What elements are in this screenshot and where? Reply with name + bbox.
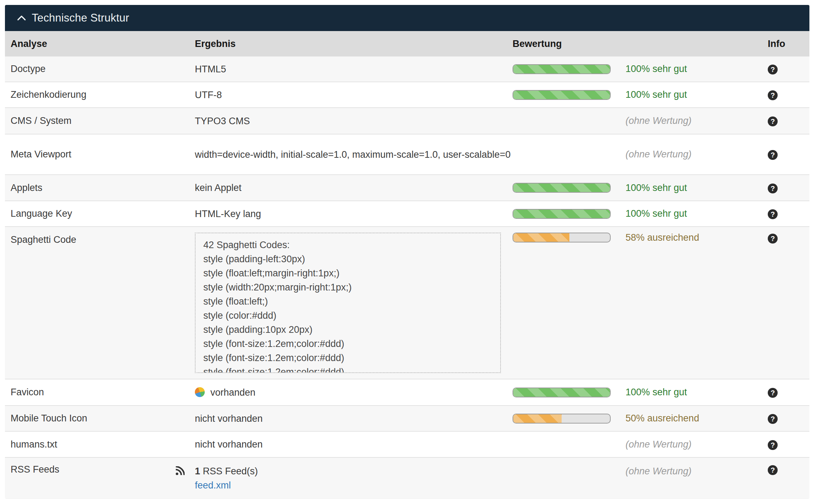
code-line: style (padding:10px 20px) [203,323,500,337]
question-mark: ? [771,118,775,125]
analysis-label: Meta Viewport [5,149,195,160]
question-mark: ? [771,185,775,192]
analysis-label: CMS / System [5,115,195,126]
column-analyse: Analyse [5,38,195,49]
rating-bar [513,388,626,397]
technical-structure-panel: Technische Struktur Analyse Ergebnis Bew… [5,5,809,499]
rss-count-line: 1 RSS Feed(s) [195,464,513,478]
rating-bar [513,90,626,100]
analysis-label: Zeichenkodierung [5,89,195,100]
question-mark: ? [771,211,775,218]
question-mark: ? [771,66,775,73]
table-row-mobile-touch-icon: Mobile Touch Icon nicht vorhanden 50% au… [5,406,809,432]
table-row-language-key: Language Key HTML-Key lang 100% sehr gut… [5,201,809,227]
result-value: TYPO3 CMS [195,114,513,128]
result-text: vorhanden [210,387,256,398]
code-line: 42 Spaghetti Codes: [203,238,500,252]
rating-bar-fill [513,91,610,99]
result-value: nicht vorhanden [195,437,513,451]
help-icon[interactable]: ? [768,90,778,100]
help-icon[interactable]: ? [768,440,778,450]
feed-link[interactable]: feed.xml [195,480,231,491]
code-line: style (float:left;) [203,294,500,308]
rating-label: (ohne Wertung) [626,115,762,126]
analysis-label: Language Key [5,208,195,219]
question-mark: ? [771,92,775,99]
chevron-up-icon [17,14,26,22]
help-icon[interactable]: ? [768,150,778,160]
rss-count: 1 [195,466,200,476]
analysis-label: Favicon [5,387,195,398]
help-icon[interactable]: ? [768,116,778,126]
analysis-label: RSS Feeds [5,464,195,475]
table-row-cms: CMS / System TYPO3 CMS (ohne Wertung) ? [5,108,809,134]
question-mark: ? [771,235,775,242]
favicon-pie-icon [195,387,205,397]
table-row-doctype: Doctype HTML5 100% sehr gut ? [5,56,809,82]
code-line: style (font-size:1.2em;color:#ddd) [203,337,500,351]
result-value: 42 Spaghetti Codes: style (padding-left:… [195,233,513,373]
rating-label: 100% sehr gut [626,64,762,74]
help-icon[interactable]: ? [768,184,778,193]
table-row-zeichenkodierung: Zeichenkodierung UTF-8 100% sehr gut ? [5,82,809,108]
table-row-rss-feeds: RSS Feeds 1 RSS Feed(s) feed.xml (ohne W… [5,458,809,499]
rating-label: (ohne Wertung) [626,464,762,478]
help-icon[interactable]: ? [768,65,778,74]
rating-label: 100% sehr gut [626,208,762,219]
section-title: Technische Struktur [32,12,129,24]
code-list-box[interactable]: 42 Spaghetti Codes: style (padding-left:… [195,233,501,373]
help-icon[interactable]: ? [768,414,778,424]
rating-bar-fill [513,414,562,423]
code-line: style (float:left;margin-right:1px;) [203,266,500,280]
column-info: Info [762,38,809,49]
analysis-label: Applets [5,182,195,193]
help-icon[interactable]: ? [768,209,778,219]
result-value: width=device-width, initial-scale=1.0, m… [195,142,513,168]
analysis-label: Doctype [5,64,195,74]
analysis-label: Spaghetti Code [5,233,195,247]
rating-bar [513,209,626,219]
rating-bar-fill [513,184,610,192]
section-header[interactable]: Technische Struktur [5,5,809,31]
rating-bar [513,183,626,193]
rating-label: (ohne Wertung) [626,149,762,160]
rating-bar-fill [513,388,610,397]
rating-label: 50% ausreichend [626,413,762,424]
result-value: HTML5 [195,62,513,76]
table-column-header: Analyse Ergebnis Bewertung Info [5,31,809,56]
help-icon[interactable]: ? [768,234,778,244]
code-line: style (font-size:1.2em;color:#ddd) [203,365,500,373]
help-icon[interactable]: ? [768,388,778,398]
analysis-label: humans.txt [5,439,195,450]
help-icon[interactable]: ? [768,465,778,475]
code-line: style (width:20px;margin-right:1px;) [203,280,500,294]
rating-bar-fill [513,210,610,218]
column-bewertung: Bewertung [513,38,626,49]
rating-bar [513,64,626,74]
rss-icon [175,466,185,475]
rating-label: 58% ausreichend [626,233,762,242]
question-mark: ? [771,389,775,396]
column-ergebnis: Ergebnis [195,38,513,49]
table-row-applets: Applets kein Applet 100% sehr gut ? [5,175,809,201]
question-mark: ? [771,442,775,449]
table-row-favicon: Favicon vorhanden 100% sehr gut ? [5,379,809,406]
question-mark: ? [771,415,775,422]
rating-bar-fill [513,233,569,242]
code-line: style (color:#ddd) [203,308,500,323]
rating-label: 100% sehr gut [626,387,762,398]
rating-bar [513,414,626,424]
question-mark: ? [771,467,775,474]
rating-bar [513,233,626,242]
result-value: nicht vorhanden [195,412,513,426]
rating-label: 100% sehr gut [626,89,762,100]
rating-bar-fill [513,65,610,73]
result-value: vorhanden [195,385,513,400]
rss-count-label: RSS Feed(s) [203,466,258,476]
result-value: UTF-8 [195,88,513,102]
table-row-humans-txt: humans.txt nicht vorhanden (ohne Wertung… [5,432,809,458]
question-mark: ? [771,151,775,158]
rating-label: (ohne Wertung) [626,439,762,450]
rating-label: 100% sehr gut [626,182,762,193]
code-line: style (padding-left:30px) [203,252,500,266]
